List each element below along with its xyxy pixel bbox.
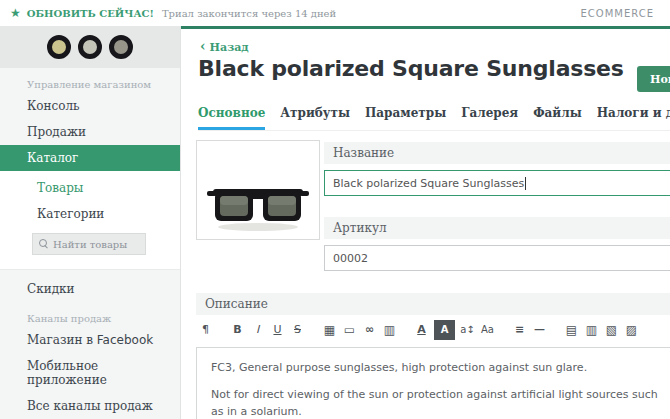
letter-case-icon[interactable]: Aa: [480, 320, 495, 340]
sidebar-item-mobile-app[interactable]: Мобильное приложение: [0, 353, 180, 393]
sidebar-item-categories[interactable]: Категории: [0, 201, 180, 227]
tab-bar: Основное Атрибуты Параметры Галерея Файл…: [198, 106, 670, 130]
text-color-icon[interactable]: A: [414, 320, 429, 340]
indent-icon[interactable]: ▨: [624, 320, 639, 340]
description-paragraph: FC3, General purpose sunglasses, high pr…: [211, 359, 665, 376]
name-input[interactable]: Black polarized Square Sunglasses: [324, 170, 670, 196]
store-brand-label: ECOMMERCE: [581, 8, 655, 19]
editor-toolbar: ¶ B I U S ▦ ▭ ∞ ▥ A A a↕ Aa ≡ — ▤ ▥ ▧ ▨: [198, 320, 644, 340]
sku-field-label: Артикул: [324, 217, 670, 239]
tab-tax-shipping[interactable]: Налоги и доставка: [597, 106, 670, 130]
logo-circle-icon: [78, 35, 102, 59]
hr-icon[interactable]: —: [532, 320, 547, 340]
underline-icon[interactable]: U: [270, 320, 285, 340]
font-size-icon[interactable]: a↕: [460, 320, 475, 340]
sidebar-item-catalog[interactable]: Каталог: [0, 145, 180, 171]
sku-input[interactable]: 00002: [324, 245, 670, 271]
description-editor[interactable]: FC3, General purpose sunglasses, high pr…: [196, 347, 670, 419]
tab-attributes[interactable]: Атрибуты: [280, 106, 350, 130]
image-icon[interactable]: ▦: [322, 320, 337, 340]
tab-options[interactable]: Параметры: [365, 106, 446, 130]
tab-gallery[interactable]: Галерея: [461, 106, 518, 130]
tab-general[interactable]: Основное: [198, 106, 265, 130]
tab-files[interactable]: Файлы: [533, 106, 582, 130]
back-link[interactable]: ‹Назад: [200, 38, 249, 54]
back-label: Назад: [210, 41, 249, 54]
top-bar: ★ ОБНОВИТЬ СЕЙЧАС! Триал закончится чере…: [0, 0, 670, 27]
bold-icon[interactable]: B: [230, 320, 245, 340]
catalog-subpanel: Товары Категории Найти товары: [0, 171, 180, 269]
new-product-button[interactable]: Новый: [637, 66, 670, 92]
highlight-icon[interactable]: A: [434, 320, 455, 340]
page-title: Black polarized Square Sunglasses: [198, 56, 624, 81]
sunglasses-image: [203, 167, 313, 239]
bullet-list-icon[interactable]: ▤: [564, 320, 579, 340]
strikethrough-icon[interactable]: S: [290, 320, 305, 340]
paragraph-icon[interactable]: ¶: [198, 320, 213, 340]
sidebar: Управление магазином Консоль Продажи Кат…: [0, 26, 181, 419]
sidebar-item-products[interactable]: Товары: [0, 175, 180, 201]
align-icon[interactable]: ≡: [512, 320, 527, 340]
product-search-input[interactable]: Найти товары: [32, 233, 146, 255]
upgrade-now-link[interactable]: ОБНОВИТЬ СЕЙЧАС!: [27, 8, 154, 19]
logo-circle-icon: [47, 35, 71, 59]
facebook-item-prefix: Магазин в: [27, 333, 97, 347]
sidebar-item-facebook-shop[interactable]: Магазин в Facebook: [0, 327, 180, 353]
sidebar-item-sales[interactable]: Продажи: [0, 119, 180, 145]
video-icon[interactable]: ▭: [342, 320, 357, 340]
main-content: ‹Назад Black polarized Square Sunglasses…: [181, 29, 670, 419]
outdent-icon[interactable]: ▧: [604, 320, 619, 340]
sidebar-item-dashboard[interactable]: Консоль: [0, 93, 180, 119]
tabs-divider: [198, 130, 670, 131]
section-header-sales-channels: Каналы продаж: [0, 302, 180, 327]
description-field-label: Описание: [196, 293, 670, 315]
facebook-item-brand: Facebook: [97, 333, 153, 347]
product-image[interactable]: [196, 140, 320, 240]
text-cursor: [525, 177, 526, 190]
table-icon[interactable]: ▥: [382, 320, 397, 340]
italic-icon[interactable]: I: [250, 320, 265, 340]
section-header-store-management: Управление магазином: [0, 68, 180, 93]
link-icon[interactable]: ∞: [362, 320, 377, 340]
sku-input-value: 00002: [333, 252, 368, 265]
chevron-left-icon: ‹: [200, 38, 206, 54]
product-fields: Название Black polarized Square Sunglass…: [324, 142, 670, 271]
search-icon: [39, 239, 49, 249]
trial-countdown-text: Триал закончится через 14 дней: [162, 8, 336, 19]
logo-circle-icon: [109, 35, 133, 59]
sidebar-item-discounts[interactable]: Скидки: [0, 270, 180, 302]
name-field-label: Название: [324, 142, 670, 164]
search-placeholder: Найти товары: [53, 239, 127, 250]
description-paragraph: Not for direct viewing of the sun or pro…: [211, 386, 665, 419]
name-input-value: Black polarized Square Sunglasses: [333, 177, 524, 190]
numbered-list-icon[interactable]: ▥: [584, 320, 599, 340]
store-logo[interactable]: [0, 26, 180, 68]
sidebar-item-all-channels[interactable]: Все каналы продаж: [0, 393, 180, 419]
star-icon: ★: [10, 6, 21, 20]
